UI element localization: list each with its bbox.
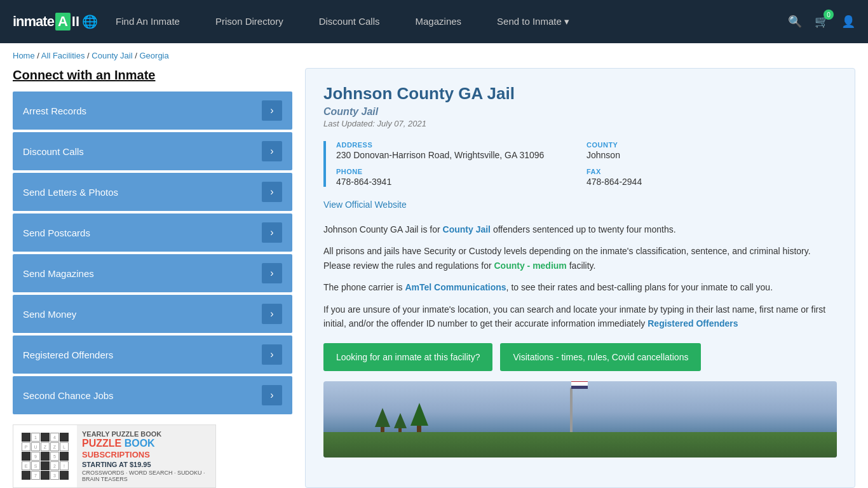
sidebar-item-second-chance-jobs[interactable]: Second Chance Jobs › — [13, 376, 292, 414]
sidebar-item-arrest-records[interactable]: Arrest Records › — [13, 92, 292, 130]
search-icon[interactable]: 🔍 — [788, 15, 802, 29]
phone-value: 478-864-3941 — [336, 177, 587, 187]
sidebar-item-label: Send Money — [23, 309, 76, 320]
sidebar-item-send-magazines[interactable]: Send Magazines › — [13, 254, 292, 292]
facility-image — [323, 381, 837, 458]
arrow-icon: › — [262, 304, 282, 324]
breadcrumb-county-jail[interactable]: County Jail — [92, 51, 132, 60]
desc-para-3: The phone carrier is AmTel Communication… — [323, 280, 837, 294]
ad-subscriptions: SUBSCRIPTIONS — [82, 450, 210, 459]
site-header: inmate A II 🌐 Find An Inmate Prison Dire… — [0, 0, 868, 43]
fax-block: FAX 478-864-2944 — [587, 168, 837, 187]
county-value: Johnson — [587, 150, 837, 160]
ad-puzzle-book: PUZZLE BOOK — [82, 438, 210, 449]
arrow-icon: › — [262, 182, 282, 202]
arrow-icon: › — [262, 100, 282, 121]
breadcrumb-all-facilities[interactable]: All Facilities — [41, 51, 85, 60]
sidebar-item-registered-offenders[interactable]: Registered Offenders › — [13, 336, 292, 374]
sidebar-item-label: Arrest Records — [23, 105, 86, 116]
ad-text: YEARLY PUZZLE BOOK PUZZLE BOOK SUBSCRIPT… — [77, 425, 215, 488]
sidebar-item-send-postcards[interactable]: Send Postcards › — [13, 214, 292, 252]
sidebar-item-send-letters[interactable]: Send Letters & Photos › — [13, 173, 292, 211]
desc-para-1: Johnson County GA Jail is for County Jai… — [323, 222, 837, 236]
visitations-button[interactable]: Visitations - times, rules, Covid cancel… — [500, 343, 701, 371]
breadcrumb: Home / All Facilities / County Jail / Ge… — [0, 43, 868, 68]
nav-prison-directory[interactable]: Prison Directory — [198, 0, 301, 43]
action-buttons: Looking for an inmate at this facility? … — [323, 343, 837, 371]
site-logo[interactable]: inmate A II 🌐 — [13, 13, 98, 30]
header-icons: 🔍 🛒 0 👤 — [788, 15, 855, 29]
nav-send-to-inmate[interactable]: Send to Inmate ▾ — [479, 0, 587, 43]
phone-block: PHONE 478-864-3941 — [336, 168, 587, 187]
registered-offenders-link[interactable]: Registered Offenders — [648, 318, 738, 329]
ad-price: STARTING AT $19.95 — [82, 461, 210, 468]
nav-find-inmate[interactable]: Find An Inmate — [98, 0, 198, 43]
sidebar-title: Connect with an Inmate — [13, 68, 292, 83]
phone-label: PHONE — [336, 168, 587, 175]
county-block: COUNTY Johnson — [587, 141, 837, 160]
sidebar-item-label: Discount Calls — [23, 146, 84, 157]
desc-para-4: If you are unsure of your inmate's locat… — [323, 302, 837, 331]
arrow-icon: › — [262, 385, 282, 405]
looking-for-inmate-button[interactable]: Looking for an inmate at this facility? — [323, 343, 492, 371]
county-label: COUNTY — [587, 141, 837, 149]
facility-content: Johnson County GA Jail County Jail Last … — [305, 68, 855, 488]
ad-puzzle-image: 14 PUZZL 95 ES2! 73 — [13, 424, 77, 488]
ad-banner[interactable]: 14 PUZZL 95 ES2! 73 YEARLY PUZZLE BOOK P… — [13, 424, 216, 488]
arrow-icon: › — [262, 344, 282, 365]
main-nav: Find An Inmate Prison Directory Discount… — [98, 0, 788, 43]
amtel-link[interactable]: AmTel Communications — [405, 282, 506, 292]
facility-type: County Jail — [323, 106, 837, 118]
cart-badge: 0 — [824, 10, 834, 20]
sidebar-item-label: Registered Offenders — [23, 349, 113, 360]
county-medium-link[interactable]: County - medium — [494, 261, 566, 271]
sidebar-item-label: Send Magazines — [23, 268, 94, 279]
fax-value: 478-864-2944 — [587, 177, 837, 187]
sidebar-item-discount-calls[interactable]: Discount Calls › — [13, 132, 292, 170]
breadcrumb-home[interactable]: Home — [13, 51, 35, 60]
fax-label: FAX — [587, 168, 837, 175]
arrow-icon: › — [262, 141, 282, 161]
official-website-link[interactable]: View Official Website — [323, 200, 407, 210]
address-block: ADDRESS 230 Donovan-Harrison Road, Wrigh… — [336, 141, 587, 160]
last-updated: Last Updated: July 07, 2021 — [323, 119, 837, 128]
facility-info-grid: ADDRESS 230 Donovan-Harrison Road, Wrigh… — [323, 141, 837, 187]
sidebar-item-label: Send Letters & Photos — [23, 187, 118, 198]
county-jail-link[interactable]: County Jail — [443, 224, 491, 234]
cart-icon[interactable]: 🛒 0 — [815, 15, 829, 29]
sidebar-item-label: Second Chance Jobs — [23, 390, 114, 401]
desc-para-2: All prisons and jails have Security or C… — [323, 244, 837, 273]
sidebar-menu: Arrest Records › Discount Calls › Send L… — [13, 92, 292, 414]
nav-magazines[interactable]: Magazines — [398, 0, 480, 43]
address-label: ADDRESS — [336, 141, 587, 149]
breadcrumb-state[interactable]: Georgia — [139, 51, 168, 60]
sidebar: Connect with an Inmate Arrest Records › … — [13, 68, 292, 488]
ad-types: CROSSWORDS · WORD SEARCH · SUDOKU · BRAI… — [82, 470, 210, 482]
facility-name: Johnson County GA Jail — [323, 84, 837, 104]
arrow-icon: › — [262, 263, 282, 283]
ad-yearly: YEARLY PUZZLE BOOK — [82, 430, 210, 438]
facility-description: Johnson County GA Jail is for County Jai… — [323, 222, 837, 330]
arrow-icon: › — [262, 222, 282, 243]
nav-discount-calls[interactable]: Discount Calls — [301, 0, 398, 43]
address-value: 230 Donovan-Harrison Road, Wrightsville,… — [336, 150, 587, 160]
user-icon[interactable]: 👤 — [841, 15, 855, 29]
sidebar-item-label: Send Postcards — [23, 227, 90, 238]
main-container: Connect with an Inmate Arrest Records › … — [0, 68, 868, 488]
sidebar-item-send-money[interactable]: Send Money › — [13, 295, 292, 333]
